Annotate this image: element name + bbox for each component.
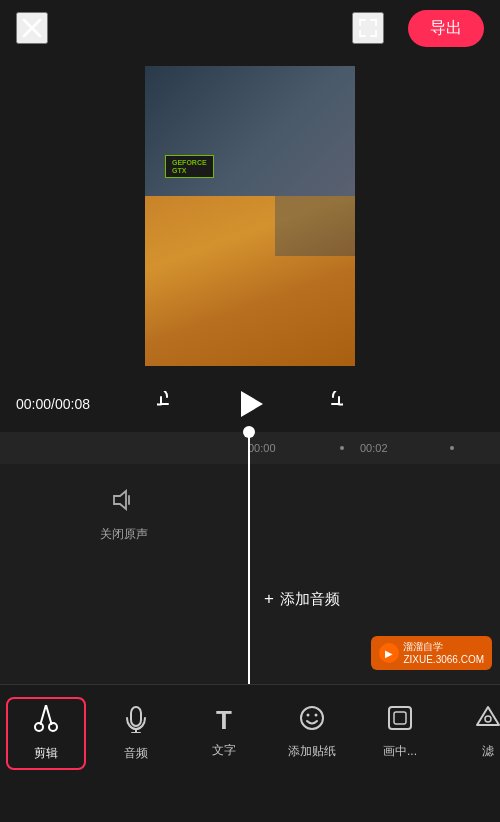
watermark-text: 溜溜自学 ZIXUE.3066.COM xyxy=(403,640,484,666)
play-button[interactable] xyxy=(228,382,272,426)
laptop-decoration xyxy=(275,196,355,256)
play-icon xyxy=(241,391,263,417)
svg-marker-2 xyxy=(114,491,126,509)
fullscreen-button[interactable] xyxy=(352,12,384,44)
export-button[interactable]: 导出 xyxy=(408,10,484,47)
svg-point-10 xyxy=(301,707,323,729)
text-icon: T xyxy=(216,705,232,736)
bottom-toolbar: 剪辑 音频 T 文字 xyxy=(0,684,500,822)
toolbar-label-text: 文字 xyxy=(212,742,236,759)
video-preview: GEFORCE GTX xyxy=(0,56,500,376)
audio-label-text: 关闭原声 xyxy=(100,526,148,543)
speaker-icon xyxy=(110,486,138,520)
watermark-url: ZIXUE.3066.COM xyxy=(403,653,484,666)
undo-button[interactable] xyxy=(152,386,188,422)
audio-label-area[interactable]: 关闭原声 xyxy=(0,464,248,564)
svg-rect-14 xyxy=(394,712,406,724)
toolbar-item-text[interactable]: T 文字 xyxy=(184,697,264,767)
add-audio-area[interactable]: + 添加音频 xyxy=(248,574,500,624)
redo-button[interactable] xyxy=(312,386,348,422)
fullscreen-icon xyxy=(357,17,379,39)
toolbar-item-filter[interactable]: 滤 xyxy=(448,697,500,768)
toolbar-label-filter: 滤 xyxy=(482,743,494,760)
toolbar-items: 剪辑 音频 T 文字 xyxy=(0,685,500,822)
toolbar-item-sticker[interactable]: 添加贴纸 xyxy=(272,697,352,768)
watermark: ▶ 溜溜自学 ZIXUE.3066.COM xyxy=(371,636,492,670)
svg-point-16 xyxy=(485,716,491,722)
playhead xyxy=(248,432,250,684)
playhead-head xyxy=(243,426,255,438)
svg-line-7 xyxy=(46,705,52,724)
toolbar-item-canvas[interactable]: 画中... xyxy=(360,697,440,768)
close-icon xyxy=(22,18,42,38)
nvidia-line2: GTX xyxy=(172,167,207,174)
toolbar-item-audio[interactable]: 音频 xyxy=(96,697,176,770)
watermark-site: 溜溜自学 xyxy=(403,640,484,653)
svg-point-11 xyxy=(307,714,310,717)
svg-rect-13 xyxy=(389,707,411,729)
video-frame: GEFORCE GTX xyxy=(145,66,355,366)
audio-icon xyxy=(123,705,149,739)
video-bottom-frame xyxy=(145,196,355,366)
svg-point-12 xyxy=(315,714,318,717)
toolbar-label-sticker: 添加贴纸 xyxy=(288,743,336,760)
add-audio-text: 添加音频 xyxy=(280,590,340,609)
watermark-icon: ▶ xyxy=(379,643,399,663)
top-bar: 导出 xyxy=(0,0,500,56)
timeline-mark-2: 00:02 xyxy=(360,442,388,454)
nvidia-badge: GEFORCE GTX xyxy=(165,155,214,178)
canvas-icon xyxy=(387,705,413,737)
sticker-icon xyxy=(299,705,325,737)
timeline-dot-2 xyxy=(450,446,454,450)
svg-point-5 xyxy=(49,723,57,731)
cut-icon xyxy=(32,705,60,739)
toolbar-item-cut[interactable]: 剪辑 xyxy=(6,697,86,770)
time-display: 00:00/00:08 xyxy=(16,396,90,412)
close-button[interactable] xyxy=(16,12,48,44)
toolbar-label-canvas: 画中... xyxy=(383,743,417,760)
timeline-dot-1 xyxy=(340,446,344,450)
filter-icon xyxy=(475,705,500,737)
add-audio-plus-icon: + xyxy=(264,589,274,609)
svg-line-6 xyxy=(41,705,47,724)
playback-controls: 00:00/00:08 xyxy=(0,376,500,432)
toolbar-label-cut: 剪辑 xyxy=(34,745,58,762)
timeline-mark-0: 00:00 xyxy=(248,442,276,454)
toolbar-label-audio: 音频 xyxy=(124,745,148,762)
video-top-frame: GEFORCE GTX xyxy=(145,66,355,196)
svg-point-4 xyxy=(35,723,43,731)
nvidia-line1: GEFORCE xyxy=(172,159,207,166)
